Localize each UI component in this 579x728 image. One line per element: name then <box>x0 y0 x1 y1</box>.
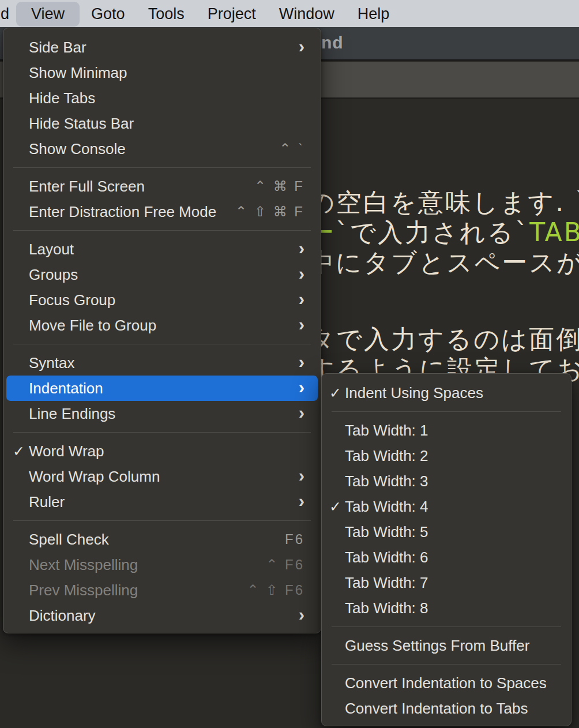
menubar-item-window[interactable]: Window <box>268 2 346 27</box>
view-menu: Side Bar›Show MinimapHide TabsHide Statu… <box>3 28 321 633</box>
editor-text-line: タで入力するのは面倒 <box>309 326 579 352</box>
menu-separator <box>332 664 561 665</box>
chevron-right-icon: › <box>299 290 304 308</box>
menubar-item-label: Window <box>279 5 334 23</box>
shortcut-label: ⌃ ⌘ F <box>254 178 304 194</box>
editor-text-line: ー`で入力される`TAB` <box>309 219 579 246</box>
menubar-item-d[interactable]: d <box>0 2 12 27</box>
code-token: TAB <box>529 217 579 247</box>
menu-item-tab-width-2[interactable]: Tab Width: 2 <box>322 443 571 468</box>
menu-item-label: Hide Status Bar <box>29 115 304 133</box>
menu-item-indent-using-spaces[interactable]: ✓Indent Using Spaces <box>322 380 571 406</box>
menu-item-label: Tab Width: 8 <box>345 599 555 617</box>
chevron-right-icon: › <box>299 404 304 422</box>
menu-item-label: Spell Check <box>29 531 285 549</box>
menu-item-tab-width-8[interactable]: Tab Width: 8 <box>322 595 571 621</box>
chevron-right-icon: › <box>299 265 304 283</box>
menu-item-label: Convert Indentation to Spaces <box>345 674 555 692</box>
chevron-right-icon: › <box>299 316 304 333</box>
menu-item-label: Tab Width: 6 <box>345 549 555 566</box>
menu-item-label: Tab Width: 3 <box>345 472 555 490</box>
menu-item-focus-group[interactable]: Focus Group› <box>3 287 321 313</box>
menubar-item-label: d <box>1 5 9 23</box>
menu-item-convert-indentation-to-tabs[interactable]: Convert Indentation to Tabs <box>322 696 571 721</box>
text-token: 中にタブとスペースが混 <box>309 247 579 277</box>
menu-item-label: Show Minimap <box>29 64 304 82</box>
menu-item-ruler[interactable]: Ruler› <box>3 489 321 515</box>
menubar: dViewGotoToolsProjectWindowHelp <box>0 0 579 27</box>
menu-item-tab-width-6[interactable]: Tab Width: 6 <box>322 545 571 570</box>
menu-item-prev-misspelling: Prev Misspelling⌃ ⇧ F6 <box>3 577 321 603</box>
menu-item-word-wrap[interactable]: ✓Word Wrap <box>3 438 321 464</box>
menu-item-label: Syntax <box>29 354 299 372</box>
menubar-item-project[interactable]: Project <box>196 2 268 27</box>
menu-item-side-bar[interactable]: Side Bar› <box>3 35 321 60</box>
menu-item-layout[interactable]: Layout› <box>3 237 321 262</box>
menubar-item-label: Help <box>358 5 390 23</box>
menu-item-show-console[interactable]: Show Console⌃ ` <box>3 136 321 162</box>
menu-item-tab-width-1[interactable]: Tab Width: 1 <box>322 418 571 443</box>
checkmark-icon: ✓ <box>13 443 25 460</box>
menu-separator <box>13 230 311 231</box>
menu-item-move-file-to-group[interactable]: Move File to Group› <box>3 313 321 338</box>
menu-item-dictionary[interactable]: Dictionary› <box>3 603 321 628</box>
menu-item-enter-full-screen[interactable]: Enter Full Screen⌃ ⌘ F <box>3 174 321 199</box>
menu-item-tab-width-3[interactable]: Tab Width: 3 <box>322 468 571 494</box>
menu-item-hide-status-bar[interactable]: Hide Status Bar <box>3 111 321 136</box>
text-token: の空白を意味します. ` <box>309 187 579 217</box>
editor-text-line: 中にタブとスペースが混 <box>309 249 579 276</box>
chevron-right-icon: › <box>299 239 304 257</box>
shortcut-label: ⌃ ⇧ ⌘ F <box>235 204 304 220</box>
checkmark-icon: ✓ <box>329 498 341 515</box>
menu-separator <box>332 626 561 627</box>
menu-item-spell-check[interactable]: Spell CheckF6 <box>3 527 321 552</box>
menu-item-tab-width-7[interactable]: Tab Width: 7 <box>322 570 571 595</box>
indentation-submenu: ✓Indent Using SpacesTab Width: 1Tab Widt… <box>321 373 572 726</box>
menu-item-enter-distraction-free-mode[interactable]: Enter Distraction Free Mode⌃ ⇧ ⌘ F <box>3 199 321 224</box>
menu-item-label: Hide Tabs <box>29 89 304 107</box>
menu-item-tab-width-4[interactable]: ✓Tab Width: 4 <box>322 494 571 519</box>
menu-item-label: Indent Using Spaces <box>345 384 555 402</box>
menubar-item-tools[interactable]: Tools <box>137 2 196 27</box>
menu-separator <box>13 344 311 344</box>
chevron-right-icon: › <box>299 37 304 55</box>
menu-item-guess-settings-from-buffer[interactable]: Guess Settings From Buffer <box>322 633 571 658</box>
menu-item-label: Tab Width: 1 <box>345 422 555 440</box>
menu-item-label: Side Bar <box>29 39 299 57</box>
menu-item-label: Prev Misspelling <box>29 581 247 599</box>
menu-item-indentation[interactable]: Indentation› <box>6 376 318 401</box>
menu-item-label: Tab Width: 2 <box>345 447 555 465</box>
checkmark-icon: ✓ <box>329 385 341 401</box>
menu-item-label: Layout <box>29 241 299 258</box>
menu-item-groups[interactable]: Groups› <box>3 262 321 287</box>
menu-item-next-misspelling: Next Misspelling⌃ F6 <box>3 552 321 577</box>
menu-item-label: Tab Width: 7 <box>345 574 555 592</box>
menu-item-syntax[interactable]: Syntax› <box>3 350 321 376</box>
menu-item-label: Line Endings <box>29 405 299 423</box>
menubar-item-label: Project <box>208 5 256 23</box>
menubar-item-label: View <box>31 5 65 23</box>
menu-item-label: Indentation <box>29 380 299 397</box>
menu-item-show-minimap[interactable]: Show Minimap <box>3 60 321 85</box>
menubar-item-goto[interactable]: Goto <box>80 2 137 27</box>
menu-item-label: Tab Width: 5 <box>345 523 555 541</box>
chevron-right-icon: › <box>299 492 304 510</box>
menu-separator <box>332 411 561 412</box>
shortcut-label: ⌃ F6 <box>266 557 304 573</box>
menu-item-word-wrap-column[interactable]: Word Wrap Column› <box>3 464 321 489</box>
menu-item-line-endings[interactable]: Line Endings› <box>3 401 321 426</box>
menu-item-label: Next Misspelling <box>29 556 266 574</box>
menu-item-convert-indentation-to-spaces[interactable]: Convert Indentation to Spaces <box>322 670 571 696</box>
menu-item-label: Convert Indentation to Tabs <box>345 700 555 718</box>
menubar-item-help[interactable]: Help <box>346 2 401 27</box>
menu-item-label: Show Console <box>29 140 279 158</box>
shortcut-label: ⌃ ⇧ F6 <box>247 582 304 598</box>
menubar-item-view[interactable]: View <box>16 2 80 27</box>
menu-item-label: Enter Distraction Free Mode <box>29 203 235 221</box>
menu-item-label: Ruler <box>29 493 299 511</box>
shortcut-label: ⌃ ` <box>279 141 304 157</box>
menu-item-hide-tabs[interactable]: Hide Tabs <box>3 85 321 111</box>
menu-item-label: Word Wrap Column <box>29 468 299 486</box>
editor-text-line: の空白を意味します. ` <box>309 189 579 216</box>
menu-item-tab-width-5[interactable]: Tab Width: 5 <box>322 519 571 545</box>
